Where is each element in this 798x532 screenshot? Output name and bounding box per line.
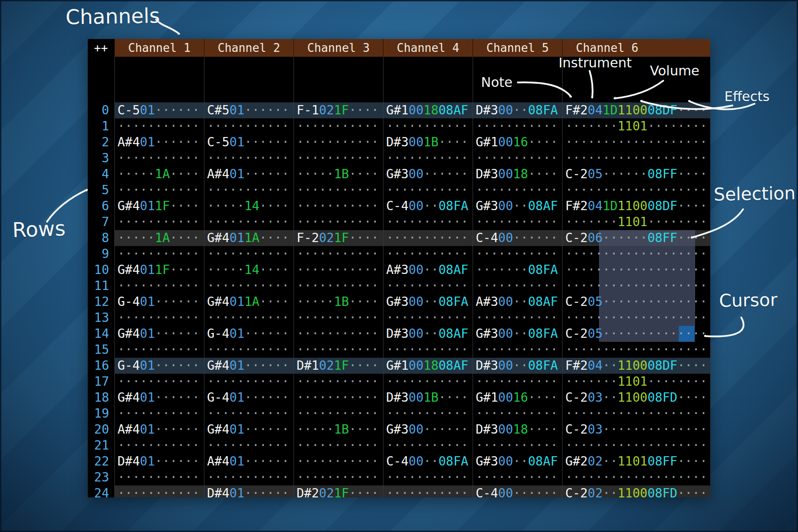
pattern-cell[interactable]: G#401······ xyxy=(114,390,204,406)
pattern-cell[interactable]: ··········· xyxy=(204,374,293,390)
pattern-cell[interactable]: ··········· xyxy=(293,374,383,390)
pattern-cell[interactable]: ·····1B···· xyxy=(293,294,383,310)
pattern-cell[interactable]: G#300··08AF xyxy=(473,198,562,214)
pattern-cell[interactable]: ·······1101········ xyxy=(562,118,710,134)
pattern-cell[interactable]: ··········· xyxy=(473,469,562,485)
pattern-cell[interactable]: D#30018···· xyxy=(473,166,562,182)
pattern-cell[interactable]: ··········· xyxy=(114,214,204,230)
pattern-cell[interactable]: ··········· xyxy=(293,469,383,485)
pattern-cell[interactable]: G#1001808AF xyxy=(383,102,473,118)
pattern-cell[interactable]: ·····14···· xyxy=(204,262,293,278)
pattern-cell[interactable]: G#300··08FA xyxy=(383,294,473,310)
pattern-cell[interactable]: ·······08FA xyxy=(473,262,562,278)
pattern-cell[interactable]: ··········· xyxy=(114,406,204,422)
pattern-cell[interactable]: C-400··08FA xyxy=(383,198,473,214)
pattern-cell[interactable]: G#300······ xyxy=(383,422,473,438)
pattern-cell[interactable]: A#401······ xyxy=(114,134,204,150)
pattern-cell[interactable]: ··········· xyxy=(293,198,383,214)
pattern-cell[interactable]: ··········· xyxy=(114,438,204,454)
pattern-cell[interactable]: ··········· xyxy=(293,150,383,166)
pattern-cell[interactable]: ··················· xyxy=(562,262,710,278)
pattern-cell[interactable]: F#204··110008DF···· xyxy=(562,358,710,374)
pattern-cell[interactable]: ··········· xyxy=(383,469,473,485)
pattern-cell[interactable]: ··········· xyxy=(383,406,473,422)
pattern-cell[interactable]: ··········· xyxy=(473,278,562,294)
pattern-cell[interactable]: G#1001808AF xyxy=(383,358,473,374)
pattern-cell[interactable]: ··········· xyxy=(293,406,383,422)
pattern-cell[interactable]: ··········· xyxy=(114,374,204,390)
pattern-cell[interactable]: G#401······ xyxy=(204,358,293,374)
pattern-cell[interactable]: ··········· xyxy=(293,182,383,198)
pattern-cell[interactable]: ··········· xyxy=(473,246,562,262)
pattern-cell[interactable]: ··········· xyxy=(114,469,204,485)
pattern-cell[interactable]: ··················· xyxy=(562,342,710,358)
pattern-cell[interactable]: ·······1101········ xyxy=(562,374,710,390)
pattern-cell[interactable]: ··················· xyxy=(562,134,710,150)
pattern-cell[interactable]: ·····1A···· xyxy=(114,166,204,182)
pattern-cell[interactable]: D#300··08AF xyxy=(383,326,473,342)
pattern-cell[interactable]: C#501······ xyxy=(204,102,293,118)
pattern-cell[interactable]: C-400··08FA xyxy=(383,454,473,469)
pattern-cell[interactable]: ··········· xyxy=(473,150,562,166)
pattern-cell[interactable]: C-203·············· xyxy=(562,422,710,438)
pattern-cell[interactable]: G#10016···· xyxy=(473,390,562,406)
pattern-cell[interactable]: ··········· xyxy=(383,246,473,262)
pattern-cell[interactable]: ·····1B···· xyxy=(293,422,383,438)
pattern-cell[interactable]: ··········· xyxy=(293,118,383,134)
channel-header[interactable]: Channel 3 xyxy=(293,39,383,57)
pattern-cell[interactable]: D#3001B···· xyxy=(383,134,473,150)
pattern-cell[interactable]: G-401······ xyxy=(204,326,293,342)
pattern-cell[interactable]: ··········· xyxy=(114,310,204,326)
pattern-cell[interactable]: G#10016···· xyxy=(473,134,562,150)
pattern-cell[interactable]: C-203··110008FD···· xyxy=(562,390,710,406)
pattern-cell[interactable]: G-401······ xyxy=(204,390,293,406)
header-corner-button[interactable]: ++ xyxy=(88,39,114,57)
pattern-cell[interactable]: ··········· xyxy=(383,485,473,497)
pattern-cell[interactable]: A#300··08AF xyxy=(473,294,562,310)
pattern-cell[interactable]: ··········· xyxy=(473,342,562,358)
pattern-cell[interactable]: A#401······ xyxy=(114,422,204,438)
pattern-cell[interactable]: ··········· xyxy=(383,438,473,454)
pattern-cell[interactable]: ··········· xyxy=(473,310,562,326)
pattern-cell[interactable]: ··········· xyxy=(473,182,562,198)
pattern-cell[interactable]: C-400······ xyxy=(473,485,562,497)
channel-header[interactable]: Channel 5 xyxy=(473,39,562,57)
pattern-cell[interactable]: G#401······ xyxy=(204,422,293,438)
pattern-cell[interactable]: G-401······ xyxy=(114,294,204,310)
pattern-cell[interactable]: F-1021F···· xyxy=(293,102,383,118)
pattern-cell[interactable]: ··········· xyxy=(293,214,383,230)
pattern-cell[interactable]: ··········· xyxy=(293,246,383,262)
pattern-cell[interactable]: ··········· xyxy=(204,469,293,485)
pattern-cell[interactable]: G#4011A···· xyxy=(204,230,293,246)
pattern-cell[interactable]: ··········· xyxy=(383,118,473,134)
pattern-cell[interactable]: ··········· xyxy=(204,278,293,294)
pattern-cell[interactable]: ··········· xyxy=(293,342,383,358)
pattern-cell[interactable]: ··········· xyxy=(383,150,473,166)
pattern-cell[interactable]: ··················· xyxy=(562,246,710,262)
pattern-cell[interactable]: A#401······ xyxy=(204,454,293,469)
pattern-cell[interactable]: ··········· xyxy=(293,454,383,469)
pattern-cell[interactable]: G#300··08AF xyxy=(473,454,562,469)
pattern-cell[interactable]: D#401······ xyxy=(114,454,204,469)
pattern-cell[interactable]: ··········· xyxy=(473,438,562,454)
pattern-cell[interactable]: C-501······ xyxy=(204,134,293,150)
pattern-cell[interactable]: ··········· xyxy=(204,246,293,262)
pattern-cell[interactable]: ··········· xyxy=(204,118,293,134)
pattern-cell[interactable]: ··········· xyxy=(114,485,204,497)
pattern-cell[interactable]: ·····1A···· xyxy=(114,230,204,246)
pattern-cell[interactable]: ··········· xyxy=(114,278,204,294)
pattern-cell[interactable]: ··········· xyxy=(204,182,293,198)
channel-header[interactable]: Channel 2 xyxy=(204,39,293,57)
pattern-cell[interactable]: ··········· xyxy=(473,374,562,390)
pattern-cell[interactable]: ··········· xyxy=(383,214,473,230)
pattern-cell[interactable]: ··········· xyxy=(383,342,473,358)
pattern-cell[interactable]: ··········· xyxy=(204,406,293,422)
pattern-cell[interactable]: ··········· xyxy=(473,118,562,134)
pattern-cell[interactable]: D#2021F···· xyxy=(293,485,383,497)
pattern-cell[interactable]: ··········· xyxy=(383,182,473,198)
pattern-cell[interactable]: D#3001B···· xyxy=(383,390,473,406)
pattern-cell[interactable]: ··················· xyxy=(562,310,710,326)
pattern-cell[interactable]: ·····1B···· xyxy=(293,166,383,182)
pattern-cell[interactable]: ··················· xyxy=(562,182,710,198)
pattern-cell[interactable]: C-202··110008FD···· xyxy=(562,485,710,497)
